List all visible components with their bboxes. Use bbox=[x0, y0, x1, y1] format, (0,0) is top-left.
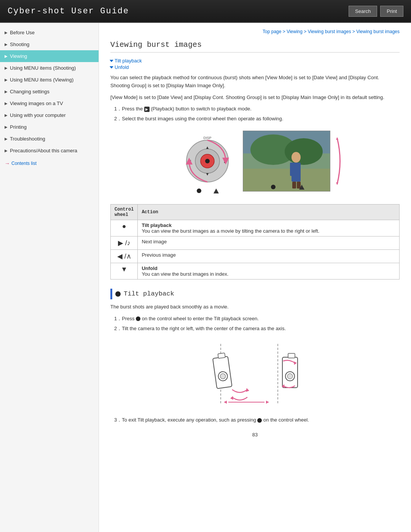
print-button[interactable]: Print bbox=[380, 6, 403, 17]
arrow-icon: ▶ bbox=[5, 137, 8, 141]
tilt-text-1: The burst shots are played back smoothly… bbox=[110, 303, 400, 311]
svg-rect-18 bbox=[290, 163, 294, 176]
table-cell-icon: ▼ bbox=[111, 263, 138, 279]
arrow-icon: ▶ bbox=[5, 30, 8, 35]
sidebar: ▶ Before Use ▶ Shooting ▶ Viewing ▶ Usin… bbox=[0, 23, 99, 532]
blue-bar-icon bbox=[110, 289, 112, 299]
sidebar-item-viewing-tv[interactable]: ▶ Viewing images on a TV bbox=[0, 97, 99, 109]
sidebar-item-precautions[interactable]: ▶ Precautions/About this camera bbox=[0, 145, 99, 157]
table-cell-action: Next image bbox=[138, 236, 400, 249]
svg-rect-21 bbox=[297, 182, 301, 189]
svg-text:▲: ▲ bbox=[205, 145, 209, 150]
table-row: ▶ /♪ Next image bbox=[111, 236, 400, 249]
page-title: Viewing burst images bbox=[110, 40, 400, 53]
arrow-icon: ▶ bbox=[5, 113, 8, 117]
app-title: Cyber-shot User Guide bbox=[8, 6, 129, 16]
body-text-1: You can select the playback method for c… bbox=[110, 74, 400, 90]
header: Cyber-shot User Guide Search Print bbox=[0, 0, 411, 23]
table-cell-icon: ◀ /∧ bbox=[111, 249, 138, 263]
svg-point-23 bbox=[271, 185, 276, 189]
arrow-icon: ▶ bbox=[5, 89, 8, 94]
sidebar-item-viewing[interactable]: ▶ Viewing bbox=[0, 50, 99, 62]
svg-point-3 bbox=[205, 159, 210, 163]
circle-icon bbox=[115, 291, 121, 297]
sidebar-item-shooting[interactable]: ▶ Shooting bbox=[0, 38, 99, 50]
table-row: ◀ /∧ Previous image bbox=[111, 249, 400, 263]
table-cell-icon: ▶ /♪ bbox=[111, 236, 138, 249]
arrow-icon: ▶ bbox=[5, 149, 8, 153]
table-cell-icon: ● bbox=[111, 220, 138, 236]
page-number: 83 bbox=[110, 432, 400, 438]
image-area: DISP ▲ ▼ ◀ ▶ bbox=[110, 131, 400, 197]
table-cell-action: Unfold You can view the burst images in … bbox=[138, 263, 400, 279]
control-wheel-table: Control wheel Action ● Tilt playback You… bbox=[110, 204, 400, 280]
tilt-step-2: 2．Tilt the camera to the right or left, … bbox=[114, 325, 400, 333]
svg-rect-20 bbox=[292, 182, 296, 189]
svg-marker-10 bbox=[213, 189, 219, 193]
svg-point-9 bbox=[197, 189, 201, 193]
tilt-step-3: 3．To exit Tilt playback, execute any ope… bbox=[114, 416, 400, 424]
sidebar-item-printing[interactable]: ▶ Printing bbox=[0, 121, 99, 133]
unfold-link[interactable]: Unfold bbox=[110, 64, 400, 70]
arrow-icon: ▶ bbox=[5, 101, 8, 105]
svg-rect-19 bbox=[297, 163, 301, 176]
triangle-down-icon bbox=[110, 60, 113, 62]
svg-point-14 bbox=[285, 138, 323, 165]
control-wheel-image: DISP ▲ ▼ ◀ ▶ bbox=[180, 131, 235, 197]
table-header-control-wheel: Control wheel bbox=[111, 204, 138, 220]
arrow-icon: ▶ bbox=[5, 125, 8, 129]
contents-list-link[interactable]: → Contents list bbox=[0, 157, 99, 170]
tilt-diagram bbox=[110, 340, 400, 409]
svg-text:DISP: DISP bbox=[203, 136, 211, 140]
svg-marker-33 bbox=[230, 396, 233, 400]
table-cell-action: Previous image bbox=[138, 249, 400, 263]
breadcrumb-viewing[interactable]: Viewing bbox=[287, 29, 303, 34]
arrow-icon: ▶ bbox=[5, 54, 8, 58]
triangle-down-icon bbox=[110, 66, 113, 69]
svg-marker-32 bbox=[246, 388, 249, 392]
layout: ▶ Before Use ▶ Shooting ▶ Viewing ▶ Usin… bbox=[0, 23, 411, 532]
sidebar-item-using-menu-viewing[interactable]: ▶ Using MENU items (Viewing) bbox=[0, 74, 99, 86]
search-button[interactable]: Search bbox=[349, 6, 377, 17]
body-text-2: [View Mode] is set to [Date View] and [D… bbox=[110, 94, 400, 102]
sidebar-item-using-computer[interactable]: ▶ Using with your computer bbox=[0, 109, 99, 121]
tilt-step-1: 1．Press on the control wheel to enter th… bbox=[114, 315, 400, 323]
sidebar-item-using-menu-shooting[interactable]: ▶ Using MENU items (Shooting) bbox=[0, 62, 99, 74]
breadcrumb-top[interactable]: Top page bbox=[263, 29, 281, 34]
svg-rect-15 bbox=[243, 169, 330, 192]
svg-point-40 bbox=[287, 374, 293, 379]
breadcrumb: Top page > Viewing > Viewing burst image… bbox=[110, 29, 400, 34]
arrow-icon: ▶ bbox=[5, 66, 8, 70]
arrow-icon: ▶ bbox=[5, 42, 8, 46]
svg-marker-36 bbox=[266, 401, 269, 404]
svg-marker-35 bbox=[224, 401, 227, 404]
svg-rect-41 bbox=[288, 353, 295, 358]
sidebar-item-troubleshooting[interactable]: ▶ Troubleshooting bbox=[0, 133, 99, 145]
sidebar-item-before-use[interactable]: ▶ Before Use bbox=[0, 27, 99, 38]
main-content: Top page > Viewing > Viewing burst image… bbox=[99, 23, 411, 532]
arrow-right-icon: → bbox=[5, 160, 10, 166]
section-links: Tilt playback Unfold bbox=[110, 58, 400, 70]
arrow-icon: ▶ bbox=[5, 78, 8, 82]
step-2: 2．Select the burst images using the cont… bbox=[114, 115, 400, 123]
table-row: ● Tilt playback You can view the burst i… bbox=[111, 220, 400, 236]
breadcrumb-viewing-burst[interactable]: Viewing burst images bbox=[308, 29, 351, 34]
sidebar-item-changing-settings[interactable]: ▶ Changing settings bbox=[0, 86, 99, 97]
burst-photo-image bbox=[243, 131, 330, 197]
header-buttons: Search Print bbox=[349, 6, 403, 17]
step-1: 1．Press the ▶ (Playback) button to switc… bbox=[114, 105, 400, 113]
tilt-playback-heading: Tilt playback bbox=[110, 289, 400, 299]
svg-point-16 bbox=[292, 152, 301, 163]
table-row: ▼ Unfold You can view the burst images i… bbox=[111, 263, 400, 279]
svg-marker-25 bbox=[336, 182, 338, 185]
table-header-action: Action bbox=[138, 204, 400, 220]
table-cell-action: Tilt playback You can view the burst ima… bbox=[138, 220, 400, 236]
svg-rect-31 bbox=[218, 353, 225, 358]
svg-text:▼: ▼ bbox=[205, 172, 209, 176]
svg-marker-26 bbox=[336, 137, 338, 140]
tilt-playback-link[interactable]: Tilt playback bbox=[110, 58, 400, 64]
breadcrumb-current[interactable]: Viewing burst images bbox=[356, 29, 400, 34]
